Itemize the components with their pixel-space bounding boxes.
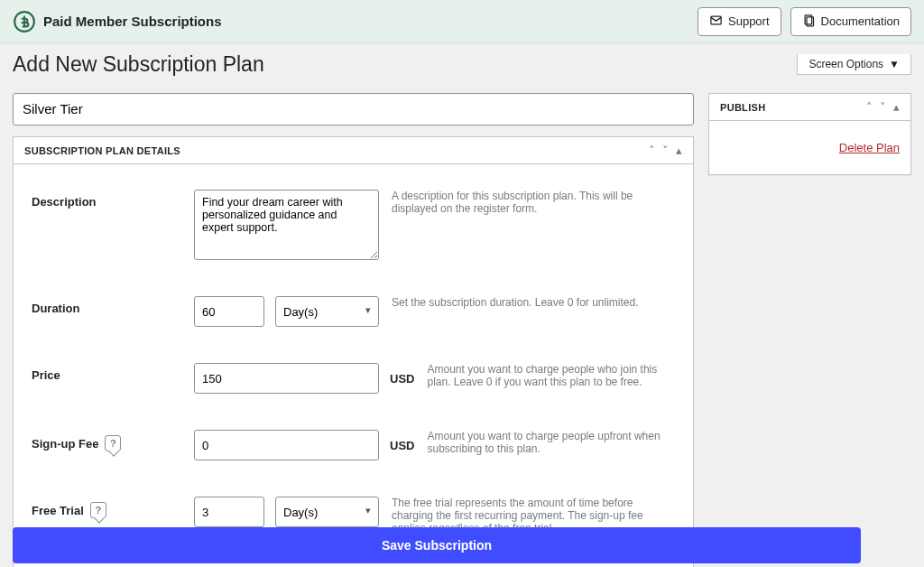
help-icon[interactable]: ?: [105, 435, 121, 451]
collapse-icon[interactable]: ▴: [676, 144, 682, 156]
price-input[interactable]: [194, 363, 379, 394]
row-duration: Duration Day(s) Set the subscription dur…: [24, 278, 682, 345]
label-duration: Duration: [32, 296, 194, 315]
save-subscription-button[interactable]: Save Subscription: [13, 527, 861, 563]
label-signup-fee: Sign-up Fee: [32, 437, 98, 451]
page-title: Add New Subscription Plan: [13, 52, 264, 77]
metabox-handles: ˄ ˅ ▴: [649, 144, 682, 156]
brand-logo-icon: [13, 10, 36, 33]
screen-options-label: Screen Options: [808, 58, 883, 70]
subscription-details-metabox: Subscription Plan Details ˄ ˅ ▴ Descript…: [13, 136, 694, 567]
support-label: Support: [728, 14, 770, 28]
signup-currency: USD: [390, 439, 414, 452]
collapse-icon[interactable]: ▴: [893, 101, 900, 113]
label-description: Description: [32, 190, 194, 209]
documentation-button[interactable]: Documentation: [790, 7, 911, 36]
metabox-title: Subscription Plan Details: [24, 145, 180, 156]
screen-options-toggle[interactable]: Screen Options ▼: [797, 54, 911, 75]
support-button[interactable]: Support: [698, 7, 781, 36]
save-bar: Save Subscription: [13, 527, 861, 563]
duration-unit-select[interactable]: Day(s): [275, 296, 379, 327]
brand-title: Paid Member Subscriptions: [43, 14, 222, 29]
mail-icon: [709, 14, 723, 30]
move-up-icon[interactable]: ˄: [866, 101, 873, 113]
duration-input[interactable]: [194, 296, 264, 327]
publish-title: Publish: [720, 102, 765, 113]
help-price: Amount you want to charge people who joi…: [414, 363, 675, 388]
description-textarea[interactable]: Find your dream career with personalized…: [194, 190, 379, 260]
caret-down-icon: ▼: [889, 58, 900, 70]
help-icon[interactable]: ?: [90, 502, 106, 518]
content-wrap: Subscription Plan Details ˄ ˅ ▴ Descript…: [0, 93, 924, 567]
price-currency: USD: [390, 372, 414, 386]
plan-title-input[interactable]: [13, 93, 694, 125]
label-price: Price: [32, 363, 194, 382]
publish-header: Publish ˄ ˅ ▴: [709, 94, 910, 121]
row-signup-fee: Sign-up Fee ? USD Amount you want to cha…: [24, 412, 682, 479]
help-description: A description for this subscription plan…: [379, 190, 675, 215]
move-up-icon[interactable]: ˄: [649, 144, 655, 156]
free-trial-input[interactable]: [194, 497, 264, 527]
brand: Paid Member Subscriptions: [13, 10, 222, 33]
signup-fee-input[interactable]: [194, 430, 379, 460]
help-duration: Set the subscription duration. Leave 0 f…: [379, 296, 675, 309]
page-heading: Add New Subscription Plan Screen Options…: [0, 43, 924, 93]
move-down-icon[interactable]: ˅: [662, 144, 669, 156]
help-signup-fee: Amount you want to charge people upfront…: [414, 430, 675, 455]
documentation-label: Documentation: [821, 14, 900, 28]
app-topbar: Paid Member Subscriptions Support Docume…: [0, 0, 924, 43]
row-price: Price USD Amount you want to charge peop…: [24, 345, 682, 412]
publish-handles: ˄ ˅ ▴: [866, 101, 900, 113]
side-column: Publish ˄ ˅ ▴ Delete Plan: [708, 93, 911, 567]
topbar-actions: Support Documentation: [698, 7, 911, 36]
documentation-icon: [802, 14, 816, 30]
metabox-body: Description Find your dream career with …: [14, 164, 693, 567]
row-description: Description Find your dream career with …: [24, 182, 682, 278]
label-free-trial: Free Trial: [32, 504, 84, 517]
publish-body: Delete Plan: [709, 121, 910, 174]
delete-plan-link[interactable]: Delete Plan: [839, 141, 900, 154]
free-trial-unit-select[interactable]: Day(s): [275, 497, 379, 527]
main-column: Subscription Plan Details ˄ ˅ ▴ Descript…: [13, 93, 694, 567]
metabox-header: Subscription Plan Details ˄ ˅ ▴: [14, 137, 693, 164]
move-down-icon[interactable]: ˅: [880, 101, 886, 113]
publish-metabox: Publish ˄ ˅ ▴ Delete Plan: [708, 93, 911, 175]
